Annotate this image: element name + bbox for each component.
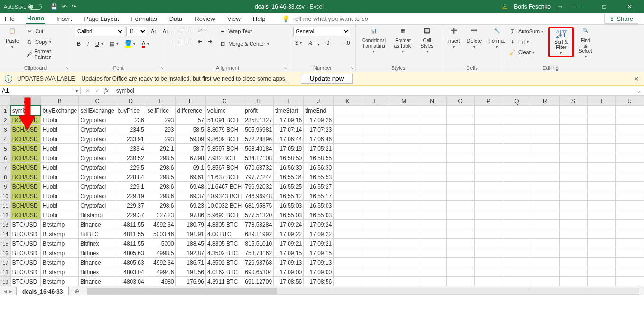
cell[interactable]: 58.5 bbox=[176, 125, 206, 134]
cell[interactable] bbox=[559, 106, 587, 115]
cell[interactable]: 534.17108 bbox=[243, 153, 274, 163]
cell[interactable]: 4.3502 BTC bbox=[206, 258, 243, 267]
cell[interactable] bbox=[418, 115, 446, 125]
cell[interactable]: 233.4 bbox=[116, 144, 146, 153]
cell[interactable]: BCH/USD bbox=[10, 172, 41, 182]
clear-button[interactable]: 🧹Clear▾ bbox=[507, 48, 545, 57]
cell[interactable] bbox=[446, 248, 475, 258]
cell[interactable] bbox=[588, 134, 616, 144]
cell[interactable] bbox=[362, 248, 390, 258]
cell[interactable] bbox=[475, 248, 503, 258]
cell[interactable] bbox=[588, 248, 616, 258]
cell[interactable]: 4998.5 bbox=[146, 248, 176, 258]
tell-me-search[interactable]: 💡 bbox=[282, 15, 397, 22]
cell[interactable] bbox=[588, 153, 616, 163]
cell[interactable] bbox=[531, 115, 559, 125]
cell[interactable] bbox=[475, 153, 503, 163]
column-header[interactable]: C bbox=[79, 96, 116, 106]
cell[interactable]: Bitfinex bbox=[79, 239, 116, 248]
cell[interactable]: BCH/USD bbox=[10, 125, 41, 134]
cell[interactable]: 186.71 bbox=[176, 258, 206, 267]
cell[interactable]: BTC/USD bbox=[10, 229, 41, 239]
cell[interactable] bbox=[559, 191, 587, 201]
save-icon[interactable]: 💾 bbox=[50, 3, 57, 10]
cell[interactable]: 233.91 bbox=[116, 134, 146, 144]
cell[interactable] bbox=[446, 106, 475, 115]
cell[interactable] bbox=[446, 239, 475, 248]
cell[interactable] bbox=[362, 172, 390, 182]
cell[interactable] bbox=[559, 172, 587, 182]
row-header[interactable]: 10 bbox=[0, 191, 11, 201]
cell[interactable] bbox=[503, 182, 531, 191]
cell[interactable]: 797.77244 bbox=[243, 172, 274, 182]
cell[interactable] bbox=[531, 239, 559, 248]
cell[interactable] bbox=[531, 248, 559, 258]
cell[interactable] bbox=[362, 134, 390, 144]
cell[interactable]: 4994.6 bbox=[146, 267, 176, 277]
merge-center-button[interactable]: ⊞Merge & Center▾ bbox=[217, 39, 271, 48]
cell[interactable] bbox=[531, 267, 559, 277]
cell[interactable] bbox=[559, 220, 587, 229]
sheet-nav-prev-icon[interactable]: ◂ bbox=[4, 288, 7, 295]
cell[interactable]: 17:09:13 bbox=[274, 258, 304, 267]
cell[interactable] bbox=[334, 267, 362, 277]
cell[interactable]: Cryptofaci bbox=[79, 134, 116, 144]
cell[interactable]: 17:05:21 bbox=[304, 144, 334, 153]
cell[interactable] bbox=[503, 267, 531, 277]
cell[interactable]: 229.5 bbox=[116, 163, 146, 172]
cell[interactable] bbox=[503, 248, 531, 258]
cell[interactable] bbox=[531, 258, 559, 267]
alignment-launcher-icon[interactable]: ↘ bbox=[283, 66, 287, 70]
name-box-dropdown-icon[interactable]: ▾ bbox=[75, 87, 78, 94]
cell[interactable] bbox=[531, 277, 559, 286]
fill-color-button[interactable]: 🪣▾ bbox=[123, 39, 137, 48]
cell[interactable] bbox=[334, 144, 362, 153]
cell[interactable]: 17:09:22 bbox=[304, 229, 334, 239]
column-header[interactable]: B bbox=[41, 96, 79, 106]
cell[interactable] bbox=[334, 210, 362, 220]
cell[interactable]: BTC/USD bbox=[10, 258, 41, 267]
cell[interactable]: 293 bbox=[146, 115, 176, 125]
cell[interactable] bbox=[362, 201, 390, 210]
cell[interactable]: 59.09 bbox=[176, 134, 206, 144]
cell[interactable]: 746.96948 bbox=[243, 191, 274, 201]
column-header[interactable]: U bbox=[616, 96, 644, 106]
cell[interactable]: 292.1 bbox=[146, 144, 176, 153]
cell[interactable] bbox=[418, 277, 446, 286]
cell[interactable] bbox=[334, 163, 362, 172]
cell[interactable]: BTC/USD bbox=[10, 277, 41, 286]
cell[interactable]: 230.52 bbox=[116, 153, 146, 163]
tab-page-layout[interactable]: Page Layout bbox=[84, 14, 120, 23]
cell[interactable]: BCH/USD bbox=[10, 134, 41, 144]
row-header[interactable]: 11 bbox=[0, 201, 11, 210]
cell[interactable] bbox=[475, 239, 503, 248]
cell[interactable]: 17:05:19 bbox=[274, 144, 304, 153]
cell[interactable]: Huobi bbox=[41, 125, 79, 134]
decrease-indent-icon[interactable]: ⇤ bbox=[196, 38, 204, 46]
clipboard-launcher-icon[interactable]: ↘ bbox=[65, 66, 69, 70]
cell[interactable] bbox=[616, 106, 644, 115]
sheet-tab[interactable]: deals_16-46-33 bbox=[16, 287, 69, 295]
cell[interactable] bbox=[446, 220, 475, 229]
cell[interactable] bbox=[588, 210, 616, 220]
cell[interactable]: 229.19 bbox=[116, 191, 146, 201]
cell[interactable]: 2858.1327 bbox=[243, 115, 274, 125]
increase-indent-icon[interactable]: ⇥ bbox=[206, 38, 214, 46]
increase-decimal-icon[interactable]: .0→ bbox=[323, 39, 336, 47]
cell[interactable]: Cryptofaci bbox=[79, 191, 116, 201]
cell[interactable]: Cryptofaci bbox=[79, 201, 116, 210]
align-bottom-icon[interactable]: ≡ bbox=[187, 27, 194, 35]
cell[interactable]: 17:07:23 bbox=[304, 125, 334, 134]
cell[interactable] bbox=[446, 125, 475, 134]
cell[interactable] bbox=[446, 153, 475, 163]
cell[interactable]: 17:09:22 bbox=[274, 229, 304, 239]
ribbon-display-options-icon[interactable]: ▭ bbox=[557, 3, 562, 10]
cell[interactable]: profit bbox=[243, 106, 274, 115]
cell[interactable] bbox=[503, 115, 531, 125]
cell[interactable]: 17:09:16 bbox=[274, 115, 304, 125]
cell[interactable]: BTC/USD bbox=[10, 239, 41, 248]
cell[interactable]: BCH/USD bbox=[10, 210, 41, 220]
cell[interactable]: 97.86 bbox=[176, 210, 206, 220]
column-header[interactable]: J bbox=[304, 96, 334, 106]
cell[interactable] bbox=[390, 172, 418, 182]
